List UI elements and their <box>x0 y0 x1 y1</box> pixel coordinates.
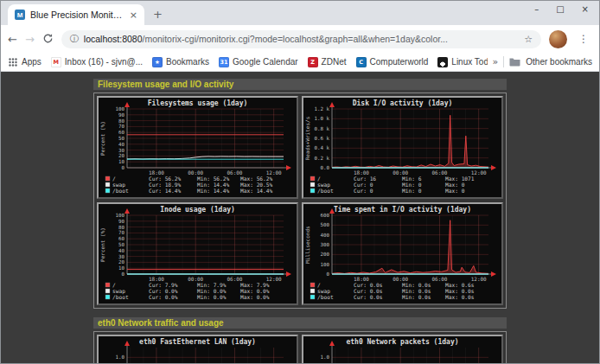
svg-text:Reads+Writes/s: Reads+Writes/s <box>304 116 310 160</box>
svg-text:30: 30 <box>118 254 124 259</box>
svg-text:Max: 0.0s: Max: 0.0s <box>445 288 475 294</box>
svg-text:00:00: 00:00 <box>188 276 203 282</box>
svg-text:Min: 0.0s: Min: 0.0s <box>402 288 431 294</box>
svg-text:Cur: 0.0s: Cur: 0.0s <box>354 294 383 300</box>
svg-text:0.8 k: 0.8 k <box>315 126 330 131</box>
svg-text:0: 0 <box>122 271 125 277</box>
graph-svg-eth0-packets: eth0 Network packets (1day)1.018:0000:00… <box>303 336 501 363</box>
graph-disk-io-activity[interactable]: Disk I/O activity (1day)Reads+Writes/s0.… <box>302 96 503 199</box>
graph-inode-usage[interactable]: Inode usage (1day)Percent (%)01020304050… <box>97 202 298 305</box>
bookmarks-overflow-chevron-icon[interactable]: » <box>493 56 499 67</box>
bookmark-item-google-calendar[interactable]: 31 Google Calendar <box>219 57 298 67</box>
svg-text:Cur: 0.0%: Cur: 0.0% <box>149 294 178 300</box>
chrome-menu-icon[interactable]: ⋮ <box>575 33 592 45</box>
window-minimize-button[interactable]: – <box>534 4 539 14</box>
svg-text:12:00: 12:00 <box>471 276 487 282</box>
tab-blue-precision-monitorix[interactable]: M Blue Precision Monitorix × <box>8 4 144 25</box>
bookmark-label: Bookmarks <box>166 57 209 67</box>
svg-text:06:00: 06:00 <box>431 276 447 282</box>
window-close-button[interactable]: × <box>582 4 589 14</box>
graph-svg-filesystems-usage: Filesystems usage (1day)Percent (%)01020… <box>99 98 297 197</box>
svg-text:Min: 14.4%: Min: 14.4% <box>197 188 230 194</box>
window-controls: – □ × <box>534 4 589 14</box>
reload-button[interactable] <box>42 33 54 46</box>
svg-text:Min: 0.0%: Min: 0.0% <box>197 294 227 300</box>
svg-text:06:00: 06:00 <box>431 169 447 176</box>
graph-time-in-io[interactable]: Time spent in I/O activity (1day)Millise… <box>302 202 503 305</box>
apps-shortcut[interactable]: Apps <box>8 57 41 67</box>
section-title-filesystem: Filesystem usage and I/O activity <box>93 79 507 90</box>
svg-text:/: / <box>112 176 116 182</box>
svg-text:40: 40 <box>118 248 124 253</box>
svg-text:eth0 Network packets (1day): eth0 Network packets (1day) <box>346 338 458 346</box>
bookmark-item-inbox[interactable]: M Inbox (16) - sjvn@... <box>51 57 143 67</box>
svg-text:50: 50 <box>118 136 124 141</box>
svg-text:12:00: 12:00 <box>266 169 282 176</box>
other-bookmarks-label[interactable]: Other bookmarks <box>526 57 592 67</box>
svg-text:/boot: /boot <box>317 294 334 300</box>
bookmark-star-icon[interactable]: ☆ <box>524 34 533 45</box>
svg-text:500: 500 <box>321 222 330 227</box>
profile-avatar[interactable] <box>549 30 567 48</box>
graph-svg-disk-io-activity: Disk I/O activity (1day)Reads+Writes/s0.… <box>303 98 501 197</box>
svg-text:Cur: 7.9%: Cur: 7.9% <box>149 282 178 288</box>
tab-close-icon[interactable]: × <box>130 10 137 21</box>
bookmark-item-linux-today[interactable]: Linux Today <box>437 57 487 67</box>
graph-filesystems-usage[interactable]: Filesystems usage (1day)Percent (%)01020… <box>97 96 298 199</box>
svg-text:Max: 0.6s: Max: 0.6s <box>445 282 475 288</box>
svg-text:18:00: 18:00 <box>354 276 369 282</box>
svg-text:10: 10 <box>118 159 124 164</box>
graph-eth0-traffic[interactable]: eth0 FastEthernet LAN (1day)1.018:0000:0… <box>97 335 298 363</box>
svg-text:Filesystems usage (1day): Filesystems usage (1day) <box>148 99 248 107</box>
section-title-network: eth0 Network traffic and usage <box>93 317 507 329</box>
svg-text:Max: 0: Max: 0 <box>445 188 465 194</box>
svg-text:0.2 k: 0.2 k <box>315 156 330 161</box>
graph-eth0-packets[interactable]: eth0 Network packets (1day)1.018:0000:00… <box>302 335 503 363</box>
bookmark-label: Computerworld <box>370 57 429 67</box>
svg-text:/: / <box>112 282 116 288</box>
svg-text:Max: 1071: Max: 1071 <box>445 176 475 182</box>
tab-title: Blue Precision Monitorix <box>30 10 124 20</box>
svg-text:18:00: 18:00 <box>354 169 369 176</box>
bookmark-item-computerworld[interactable]: C Computerworld <box>356 57 429 67</box>
svg-text:1.0: 1.0 <box>321 354 330 360</box>
linux-today-penguin-icon <box>437 57 448 67</box>
filesystem-graphs-container: Filesystems usage (1day)Percent (%)01020… <box>93 93 507 309</box>
svg-text:100: 100 <box>116 213 125 218</box>
computerworld-icon: C <box>356 57 367 67</box>
site-info-icon[interactable]: ⓘ <box>70 33 79 45</box>
svg-text:90: 90 <box>118 112 124 118</box>
svg-text:Cur: 0: Cur: 0 <box>354 188 373 194</box>
forward-button[interactable]: → <box>25 34 35 45</box>
bookmark-item-bookmarks[interactable]: ★ Bookmarks <box>152 57 209 67</box>
bookmarks-icon: ★ <box>152 57 163 67</box>
svg-text:Max: 56.2%: Max: 56.2% <box>240 176 273 182</box>
svg-text:1.0: 1.0 <box>116 354 125 360</box>
svg-text:06:00: 06:00 <box>227 276 242 282</box>
svg-text:06:00: 06:00 <box>227 169 242 176</box>
bookmarks-bar: Apps M Inbox (16) - sjvn@... ★ Bookmarks… <box>1 53 599 72</box>
bookmark-label: ZDNet <box>322 57 347 67</box>
svg-text:Cur: 18.9%: Cur: 18.9% <box>149 182 182 188</box>
svg-text:80: 80 <box>118 118 124 124</box>
svg-text:1.2 k: 1.2 k <box>315 106 330 112</box>
folder-icon <box>509 57 520 67</box>
graph-svg-inode-usage: Inode usage (1day)Percent (%)01020304050… <box>99 204 297 303</box>
svg-text:Cur: 0: Cur: 0 <box>354 182 373 188</box>
svg-text:Min: 0.0s: Min: 0.0s <box>402 294 431 300</box>
bookmark-item-zdnet[interactable]: Z ZDNet <box>308 57 347 67</box>
graph-svg-time-in-io: Time spent in I/O activity (1day)Millise… <box>303 204 501 303</box>
apps-label: Apps <box>22 57 41 67</box>
svg-text:20: 20 <box>118 259 124 265</box>
svg-text:Min: 0.0%: Min: 0.0% <box>197 288 227 294</box>
svg-text:Cur: 14.4%: Cur: 14.4% <box>149 188 182 194</box>
svg-text:12:00: 12:00 <box>266 276 282 282</box>
new-tab-button[interactable]: + <box>153 8 163 21</box>
back-button[interactable]: ← <box>8 34 17 45</box>
address-bar[interactable]: ⓘ localhost:8080/monitorix-cgi/monitorix… <box>61 30 541 48</box>
browser-toolbar: ← → ⓘ localhost:8080/monitorix-cgi/monit… <box>1 25 599 53</box>
svg-text:0.6 k: 0.6 k <box>315 136 330 141</box>
window-maximize-button[interactable]: □ <box>556 4 564 14</box>
browser-window: M Blue Precision Monitorix × + – □ × ← →… <box>0 0 600 364</box>
svg-text:100: 100 <box>321 262 330 267</box>
